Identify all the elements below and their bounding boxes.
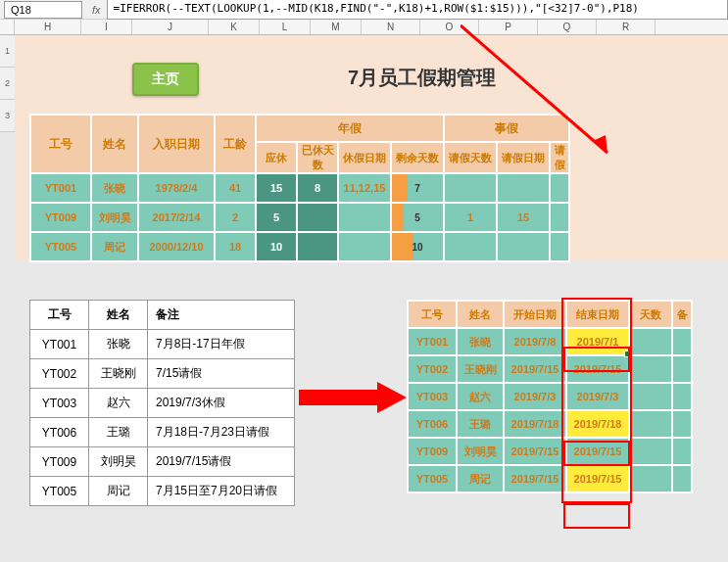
col-header[interactable]: N <box>362 20 420 34</box>
cell-emp[interactable]: YT002 <box>408 355 457 383</box>
cell-due[interactable]: 5 <box>256 203 297 232</box>
cell-start[interactable]: 2019/7/3 <box>504 383 566 410</box>
cell-taken[interactable]: 8 <box>297 173 338 203</box>
cell-emp[interactable]: YT009 <box>408 438 457 465</box>
cell-name[interactable]: 王晓刚 <box>89 359 148 389</box>
cell-name[interactable]: 张晓 <box>89 330 148 359</box>
cell-remain[interactable]: 7 <box>391 173 444 203</box>
cell-dates[interactable] <box>338 232 391 261</box>
cell-days[interactable] <box>629 328 672 355</box>
cell-extra[interactable] <box>550 203 569 232</box>
cell-days[interactable] <box>629 355 672 383</box>
cell-taken[interactable] <box>297 232 338 261</box>
cell-days[interactable] <box>629 410 672 438</box>
result-table[interactable]: 工号 姓名 开始日期 结束日期 天数 备 YT001 张晓 2019/7/8 2… <box>407 300 693 493</box>
cell-extra[interactable] <box>550 173 569 203</box>
cell-name[interactable]: 赵六 <box>457 383 504 410</box>
cell-remark[interactable] <box>672 328 692 355</box>
cell-name[interactable]: 周记 <box>457 465 504 492</box>
cell-name[interactable]: 赵六 <box>89 389 148 418</box>
row-header[interactable]: 2 <box>0 68 15 100</box>
table-row[interactable]: YT009 刘明昊 2019/7/15请假 <box>30 447 295 477</box>
cell-emp[interactable]: YT006 <box>408 410 457 438</box>
formula-input[interactable]: =IFERROR(--TEXT(LOOKUP(1,--MID(K18,FIND(… <box>107 0 728 20</box>
cell-note[interactable]: 7月8日-17日年假 <box>148 330 295 359</box>
cell-name[interactable]: 刘明昊 <box>457 438 504 465</box>
cell-end[interactable]: 2019/7/1 <box>566 328 629 355</box>
cell-remark[interactable] <box>672 438 692 465</box>
cell-dates[interactable] <box>338 203 391 232</box>
table-row[interactable]: YT006 王璐 7月18日-7月23日请假 <box>30 418 295 447</box>
col-header[interactable]: H <box>15 20 81 34</box>
cell-start[interactable]: 2019/7/8 <box>504 328 566 355</box>
cell-emp[interactable]: YT005 <box>408 465 457 492</box>
cell-end[interactable]: 2019/7/3 <box>566 383 629 410</box>
cell-note[interactable]: 2019/7/15请假 <box>148 447 295 477</box>
cell-days[interactable] <box>629 438 672 465</box>
cell-taken[interactable] <box>297 203 338 232</box>
fx-icon[interactable]: fx <box>92 4 101 16</box>
cell-age[interactable]: 41 <box>215 173 256 203</box>
cell-extra[interactable] <box>550 232 569 261</box>
row-header[interactable]: 1 <box>0 35 15 68</box>
cell-days[interactable] <box>629 465 672 492</box>
cell-age[interactable]: 18 <box>215 232 256 261</box>
notes-table[interactable]: 工号 姓名 备注 YT001 张晓 7月8日-17日年假YT002 王晓刚 7/… <box>29 300 295 506</box>
col-header[interactable]: Q <box>538 20 597 34</box>
table-row[interactable]: YT002 王晓刚 2019/7/15 2019/7/15 <box>408 355 692 383</box>
table-row[interactable]: YT003 赵六 2019/7/3休假 <box>30 389 295 418</box>
col-header[interactable]: K <box>209 20 260 34</box>
cell-emp[interactable]: YT001 <box>30 330 89 359</box>
cell-leave-date[interactable] <box>497 232 550 261</box>
cell-note[interactable]: 7/15请假 <box>148 359 295 389</box>
cell-leave-days[interactable]: 1 <box>444 203 497 232</box>
cell-end[interactable]: 2019/7/15 <box>566 355 629 383</box>
cell-emp[interactable]: YT006 <box>30 418 89 447</box>
cell-start[interactable]: 2019/7/15 <box>504 438 566 465</box>
cell-remain[interactable]: 5 <box>391 203 444 232</box>
name-box[interactable] <box>4 1 82 19</box>
cell-name[interactable]: 张晓 <box>457 328 504 355</box>
row-header[interactable]: 3 <box>0 100 15 132</box>
cell-emp[interactable]: YT005 <box>30 477 89 506</box>
table-row[interactable]: YT009 刘明昊 2017/2/14 2 5 5 1 15 <box>30 203 569 232</box>
cell-leave-days[interactable] <box>444 232 497 261</box>
cell-end[interactable]: 2019/7/15 <box>566 465 629 492</box>
table-row[interactable]: YT006 王璐 2019/7/18 2019/7/18 <box>408 410 692 438</box>
cell-age[interactable]: 2 <box>215 203 256 232</box>
col-header[interactable]: R <box>597 20 655 34</box>
cell-remark[interactable] <box>672 465 692 492</box>
cell-hire[interactable]: 1978/2/4 <box>138 173 215 203</box>
cell-name[interactable]: 刘明昊 <box>89 447 148 477</box>
cell-name[interactable]: 王璐 <box>457 410 504 438</box>
cell-remain[interactable]: 10 <box>391 232 444 261</box>
cell-remark[interactable] <box>672 383 692 410</box>
cell-dates[interactable]: 11,12,15 <box>338 173 391 203</box>
col-header[interactable]: M <box>311 20 362 34</box>
cell-remark[interactable] <box>672 355 692 383</box>
cell-leave-days[interactable] <box>444 173 497 203</box>
cell-start[interactable]: 2019/7/15 <box>504 465 566 492</box>
col-header[interactable]: L <box>260 20 311 34</box>
cell-emp[interactable]: YT002 <box>30 359 89 389</box>
table-row[interactable]: YT001 张晓 7月8日-17日年假 <box>30 330 295 359</box>
cell-leave-date[interactable] <box>497 173 550 203</box>
cell-emp[interactable]: YT003 <box>408 383 457 410</box>
cell-due[interactable]: 10 <box>256 232 297 261</box>
col-header[interactable]: O <box>420 20 479 34</box>
table-row[interactable]: YT001 张晓 1978/2/4 41 15 8 11,12,15 7 <box>30 173 569 203</box>
table-row[interactable]: YT005 周记 2019/7/15 2019/7/15 <box>408 465 692 492</box>
cell-start[interactable]: 2019/7/15 <box>504 355 566 383</box>
cell-end[interactable]: 2019/7/18 <box>566 410 629 438</box>
table-row[interactable]: YT003 赵六 2019/7/3 2019/7/3 <box>408 383 692 410</box>
cell-days[interactable] <box>629 383 672 410</box>
home-button[interactable]: 主页 <box>132 63 199 96</box>
cell-note[interactable]: 7月18日-7月23日请假 <box>148 418 295 447</box>
cell-start[interactable]: 2019/7/18 <box>504 410 566 438</box>
cell-due[interactable]: 15 <box>256 173 297 203</box>
col-header[interactable]: J <box>132 20 209 34</box>
cell-emp[interactable]: YT009 <box>30 447 89 477</box>
col-header[interactable]: I <box>81 20 132 34</box>
table-row[interactable]: YT005 周记 7月15日至7月20日请假 <box>30 477 295 506</box>
cell-name[interactable]: 王晓刚 <box>457 355 504 383</box>
